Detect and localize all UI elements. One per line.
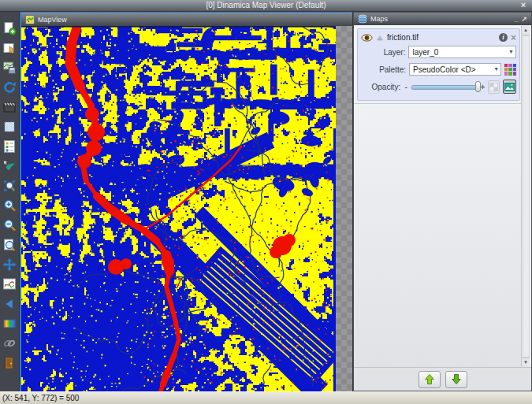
window-title: [0] Dinamica Map Viewer (Default) (206, 1, 326, 9)
title-bar: [0] Dinamica Map Viewer (Default) × (0, 0, 532, 12)
palette-label: Palette: (361, 65, 406, 74)
chevron-down-icon: ▼ (493, 66, 499, 72)
link-views-button[interactable] (1, 335, 18, 352)
map-canvas[interactable] (21, 26, 336, 393)
back-button[interactable] (1, 295, 18, 313)
move-layer-down-button[interactable] (445, 371, 467, 388)
record-animation-button[interactable] (1, 98, 18, 116)
save-map-icon (2, 61, 17, 75)
layer-card: friction.tif i × Layer: layer_0 ▼ Palett… (357, 28, 520, 101)
mapview-icon (25, 15, 35, 24)
palette-select[interactable]: PseudoColor <D> ▼ (409, 63, 501, 76)
maps-panel-footer (354, 367, 531, 391)
palette-select-value: PseudoColor <D> (413, 65, 476, 74)
pan-button[interactable] (1, 256, 18, 273)
hummingbird-pointer-icon (2, 159, 17, 173)
scrollbar-thumb[interactable] (523, 35, 530, 358)
exit-button[interactable] (1, 354, 18, 372)
select-region-icon (2, 41, 17, 55)
profile-chart-button[interactable] (1, 276, 18, 293)
layer-list: friction.tif i × Layer: layer_0 ▼ Palett… (354, 25, 522, 368)
maps-panel-title: Maps (370, 15, 388, 23)
layer-select[interactable]: layer_0 ▼ (408, 46, 516, 58)
scroll-down-arrow-icon[interactable]: ▼ (522, 358, 530, 367)
refresh-icon (2, 80, 17, 95)
mapview-body (21, 26, 352, 391)
opacity-label: Opacity: (361, 83, 400, 91)
maps-panel-header[interactable]: Maps _ ↗ (354, 13, 531, 25)
exit-icon (2, 356, 17, 370)
opacity-slider-handle[interactable] (475, 81, 481, 92)
palette-button-toolbar[interactable] (1, 315, 18, 332)
zoom-out-icon (2, 218, 17, 232)
back-icon (2, 297, 17, 311)
mapview-window: MapView (20, 12, 353, 391)
profile-chart-icon (2, 277, 17, 291)
minimize-panel-button[interactable]: _ (514, 16, 518, 23)
opacity-slider-track (411, 85, 477, 90)
legend-button[interactable] (1, 138, 18, 155)
layer-info-button[interactable]: i (499, 33, 508, 42)
pan-icon (2, 258, 17, 272)
layer-select-value: layer_0 (412, 48, 438, 57)
layer-name: friction.tif (387, 33, 419, 42)
refresh-button[interactable] (1, 79, 18, 96)
opacity-minus-button[interactable]: - (404, 83, 408, 91)
transparency-grid-button[interactable] (488, 80, 500, 94)
export-image-button[interactable] (503, 80, 516, 94)
zoom-in-icon (2, 198, 17, 213)
legend-icon (2, 139, 17, 154)
float-panel-button[interactable]: ↗ (521, 16, 527, 23)
toolbar (0, 12, 20, 391)
layers-icon (358, 14, 367, 24)
transparent-background (336, 26, 352, 391)
hummingbird-pointer-button[interactable] (1, 158, 18, 175)
save-map-button[interactable] (1, 59, 18, 76)
opacity-plus-button[interactable]: + (480, 83, 485, 91)
move-layer-up-button[interactable] (419, 371, 441, 388)
app-window: [0] Dinamica Map Viewer (Default) × MapV… (0, 0, 532, 404)
maps-panel: Maps _ ↗ friction.tif i × Layer: layer_ (353, 12, 532, 391)
green-down-arrow-icon (451, 373, 462, 385)
layer-close-button[interactable]: × (511, 33, 516, 43)
image-icon (504, 83, 515, 91)
palette-editor-button[interactable] (504, 64, 516, 76)
transparent-selection-button[interactable] (1, 118, 18, 135)
mapview-title: MapView (38, 16, 67, 24)
zoom-in-button[interactable] (1, 197, 18, 214)
maps-scrollbar[interactable]: ▲ ▼ (521, 26, 530, 367)
palette-row: Palette: PseudoColor <D> ▼ (361, 61, 516, 78)
zoom-extent-icon (2, 179, 17, 193)
layer-label: Layer: (361, 48, 405, 57)
new-map-icon (2, 21, 17, 35)
expander-triangle-icon[interactable] (376, 35, 384, 41)
green-up-arrow-icon (424, 373, 435, 385)
zoom-out-button[interactable] (1, 217, 18, 234)
transparent-selection-icon (2, 120, 17, 134)
list-separator (354, 103, 522, 104)
zoom-selection-icon (2, 238, 17, 252)
mapview-header[interactable]: MapView (21, 13, 352, 26)
select-region-button[interactable] (1, 39, 18, 57)
scroll-up-arrow-icon[interactable]: ▲ (522, 26, 530, 35)
zoom-extent-button[interactable] (1, 177, 18, 195)
layer-row: Layer: layer_0 ▼ (361, 43, 516, 61)
coordinate-readout: (X: 541, Y: 772) = 500 (2, 394, 79, 402)
zoom-selection-button[interactable] (1, 236, 18, 254)
record-animation-icon (2, 100, 17, 114)
opacity-row: Opacity: - + (361, 78, 516, 95)
layer-card-title-row: friction.tif i × (361, 32, 516, 43)
checker-grid-icon (489, 83, 498, 91)
close-window-button[interactable]: × (517, 0, 530, 11)
chevron-down-icon: ▼ (508, 49, 514, 54)
status-bar: (X: 541, Y: 772) = 500 (0, 391, 532, 404)
new-map-button[interactable] (1, 20, 18, 37)
opacity-slider[interactable] (411, 81, 477, 92)
visibility-eye-icon[interactable] (361, 34, 373, 42)
link-views-icon (2, 336, 17, 350)
palette-icon (2, 317, 17, 331)
